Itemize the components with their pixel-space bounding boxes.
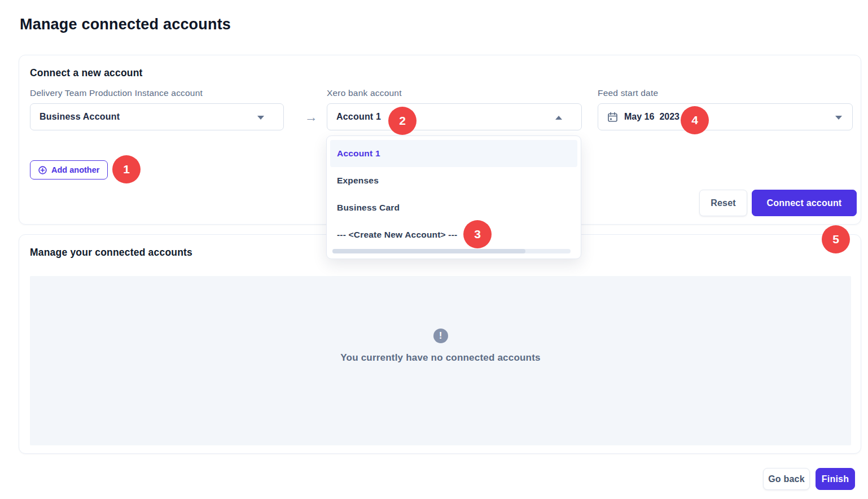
dropdown-option-expenses[interactable]: Expenses bbox=[330, 167, 577, 194]
connect-account-button[interactable]: Connect account bbox=[752, 190, 857, 216]
dropdown-scrollbar-track bbox=[332, 249, 571, 253]
source-account-label: Delivery Team Production Instance accoun… bbox=[30, 88, 203, 98]
xero-account-dropdown-menu: Account 1 Expenses Business Card --- <Cr… bbox=[326, 135, 581, 259]
finish-button[interactable]: Finish bbox=[816, 468, 855, 490]
empty-state-text: You currently have no connected accounts bbox=[340, 352, 540, 364]
annotation-badge-3: 3 bbox=[463, 220, 492, 248]
dropdown-scrollbar-thumb[interactable] bbox=[332, 249, 525, 253]
xero-account-label: Xero bank account bbox=[327, 88, 402, 98]
source-account-select[interactable]: Business Account bbox=[30, 103, 284, 130]
feed-start-date-value: May 162023 bbox=[624, 112, 680, 122]
dropdown-option-account-1[interactable]: Account 1 bbox=[330, 140, 577, 167]
chevron-down-icon bbox=[257, 116, 264, 120]
manage-accounts-card: Manage your connected accounts ! You cur… bbox=[19, 234, 861, 454]
annotation-badge-5: 5 bbox=[822, 225, 850, 253]
reset-button[interactable]: Reset bbox=[699, 190, 747, 216]
arrow-right-icon: → bbox=[298, 110, 324, 125]
annotation-badge-1: 1 bbox=[112, 155, 141, 183]
go-back-button[interactable]: Go back bbox=[763, 468, 810, 490]
connected-accounts-empty-panel: ! You currently have no connected accoun… bbox=[30, 276, 851, 445]
add-another-button[interactable]: Add another bbox=[30, 160, 108, 180]
chevron-down-icon bbox=[835, 116, 842, 120]
plus-circle-icon bbox=[38, 166, 47, 174]
feed-start-date-label: Feed start date bbox=[598, 88, 658, 98]
page-title: Manage connected accounts bbox=[20, 16, 231, 33]
annotation-badge-4: 4 bbox=[681, 106, 709, 134]
exclamation-icon: ! bbox=[433, 329, 448, 343]
source-account-value: Business Account bbox=[40, 112, 120, 122]
dropdown-option-business-card[interactable]: Business Card bbox=[330, 194, 577, 221]
manage-card-heading: Manage your connected accounts bbox=[30, 247, 192, 259]
feed-start-date-picker[interactable]: May 162023 bbox=[598, 103, 853, 130]
calendar-icon bbox=[607, 112, 618, 122]
add-another-label: Add another bbox=[51, 165, 99, 174]
chevron-up-icon bbox=[555, 116, 562, 120]
xero-account-select[interactable]: Account 1 bbox=[327, 103, 582, 130]
xero-account-value: Account 1 bbox=[336, 112, 381, 122]
annotation-badge-2: 2 bbox=[388, 107, 417, 135]
dropdown-option-create-new-account[interactable]: --- <Create New Account> --- bbox=[330, 221, 577, 248]
connect-card-heading: Connect a new account bbox=[30, 67, 143, 79]
